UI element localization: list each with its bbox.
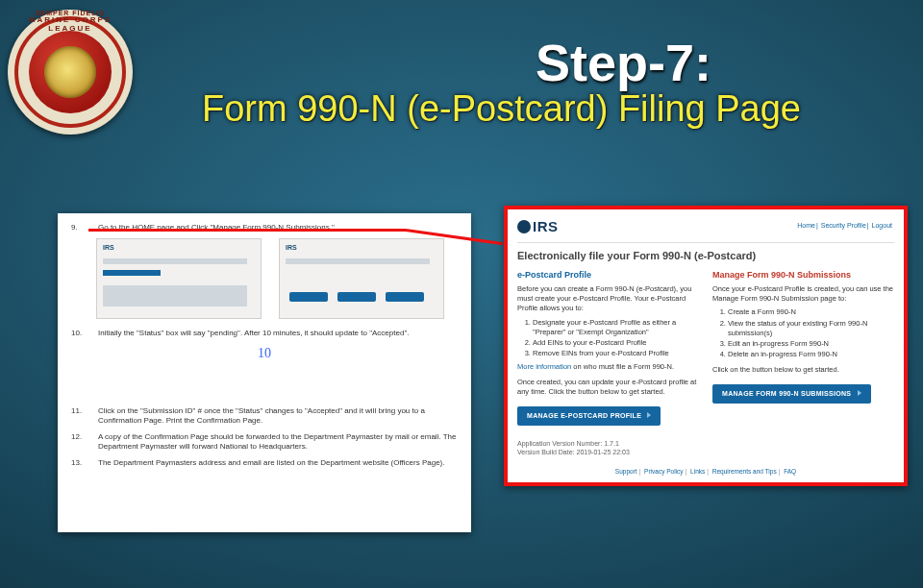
- list-item: View the status of your existing Form 99…: [728, 319, 894, 338]
- profile-list: Designate your e-Postcard Profile as eit…: [533, 318, 699, 359]
- instruction-number: 9.: [71, 223, 85, 233]
- manage-submissions-button[interactable]: MANAGE FORM 990-N SUBMISSIONS: [712, 384, 871, 403]
- version-label: Application Version Number:: [517, 440, 602, 447]
- build-label: Version Build Date:: [517, 449, 575, 455]
- submissions-list: Create a Form 990-N View the status of y…: [728, 307, 894, 359]
- footer-link[interactable]: Requirements and Tips: [712, 468, 777, 475]
- col-manage-submissions: Manage Form 990-N Submissions Once your …: [712, 269, 894, 426]
- instruction-text: Initially the "Status" box will say "pen…: [98, 329, 409, 338]
- irs-page-title: Electronically file your Form 990-N (e-P…: [517, 249, 894, 263]
- irs-filing-page: IRS Home| Security Profile| Logout Elect…: [504, 206, 908, 486]
- irs-link-home[interactable]: Home: [797, 222, 815, 229]
- button-label: MANAGE FORM 990-N SUBMISSIONS: [722, 390, 851, 397]
- section-intro: Before you can create a Form 990-N (e-Po…: [517, 284, 699, 313]
- footer-link[interactable]: Privacy Policy: [644, 468, 683, 475]
- irs-link-logout[interactable]: Logout: [872, 222, 892, 229]
- instruction-number: 13.: [71, 458, 85, 468]
- list-item: Add EINs to your e-Postcard Profile: [533, 338, 699, 348]
- instruction-text: A copy of the Confirmation Page should b…: [98, 432, 458, 453]
- instruction-text: The Department Paymasters address and em…: [98, 458, 444, 468]
- manage-profile-button[interactable]: MANAGE E-POSTCARD PROFILE: [517, 406, 661, 425]
- irs-link-security-profile[interactable]: Security Profile: [821, 222, 866, 229]
- section-intro: Once your e-Postcard Profile is created,…: [712, 284, 894, 304]
- footer-link[interactable]: Support: [615, 468, 637, 475]
- irs-mini-logo: IRS: [103, 243, 114, 252]
- instruction-row: 11. Click on the "Submission ID" # once …: [71, 406, 458, 427]
- instruction-number: 10.: [71, 329, 85, 338]
- emblem-bottom-text: SEMPER FIDELIS: [8, 10, 133, 129]
- instruction-number: 12.: [71, 432, 85, 453]
- irs-top-links: Home| Security Profile| Logout: [797, 221, 892, 230]
- list-item: Designate your e-Postcard Profile as eit…: [533, 318, 699, 337]
- chevron-right-icon: [858, 390, 861, 396]
- list-item: Delete an in-progress Form 990-N: [728, 350, 894, 359]
- section-below-text: Once created, you can update your e-Post…: [517, 378, 699, 397]
- irs-mini-logo: IRS: [286, 243, 297, 252]
- button-label: MANAGE E-POSTCARD PROFILE: [527, 412, 641, 419]
- irs-logo-text: IRS: [533, 218, 559, 234]
- mini-screenshot-1: IRS: [96, 238, 262, 319]
- center-number: 10: [71, 345, 458, 362]
- list-item: Remove EINs from your e-Postcard Profile: [533, 349, 699, 358]
- irs-seal-icon: [517, 220, 531, 233]
- section-below-text: Click on the button below to get started…: [712, 365, 894, 375]
- step-label: Step-7:: [192, 33, 711, 92]
- footer-link[interactable]: Links: [690, 468, 705, 475]
- version-value: 1.7.1: [604, 440, 619, 447]
- more-info-link[interactable]: More information: [517, 362, 571, 371]
- instructions-panel: 9. Go to the HOME page and Click "Manage…: [58, 213, 471, 532]
- instruction-text: Go to the HOME page and Click "Manage Fo…: [98, 223, 335, 233]
- step-subtitle: Form 990-N (e-Postcard) Filing Page: [192, 88, 885, 130]
- irs-footer-links: Support| Privacy Policy| Links| Requirem…: [508, 468, 904, 477]
- instruction-number: 11.: [71, 406, 85, 427]
- mini-screenshot-2: IRS: [279, 238, 444, 319]
- chevron-right-icon: [647, 412, 651, 418]
- more-info-tail: on who must file a Form 990-N.: [571, 362, 674, 371]
- footer-link[interactable]: FAQ: [784, 468, 796, 475]
- instruction-row: 10. Initially the "Status" box will say …: [71, 329, 458, 338]
- app-meta: Application Version Number: 1.7.1 Versio…: [517, 439, 894, 457]
- more-info-line: More information on who must file a Form…: [517, 362, 699, 372]
- mini-screenshots: IRS IRS: [96, 238, 458, 319]
- list-item: Create a Form 990-N: [728, 307, 894, 317]
- build-value: 2019-01-25 22:03: [577, 449, 630, 455]
- section-heading-profile: e-Postcard Profile: [517, 269, 699, 281]
- list-item: Edit an in-progress Form 990-N: [728, 339, 894, 349]
- instruction-row: 9. Go to the HOME page and Click "Manage…: [71, 223, 458, 233]
- instruction-text: Click on the "Submission ID" # once the …: [98, 406, 458, 427]
- instruction-row: 13. The Department Paymasters address an…: [71, 458, 458, 468]
- col-epostcard-profile: e-Postcard Profile Before you can create…: [517, 269, 699, 426]
- headline: Step-7: Form 990-N (e-Postcard) Filing P…: [192, 33, 885, 130]
- mcl-emblem: MARINE CORPS LEAGUE SEMPER FIDELIS: [8, 10, 133, 135]
- instruction-row: 12. A copy of the Confirmation Page shou…: [71, 432, 458, 453]
- section-heading-submissions: Manage Form 990-N Submissions: [712, 269, 894, 281]
